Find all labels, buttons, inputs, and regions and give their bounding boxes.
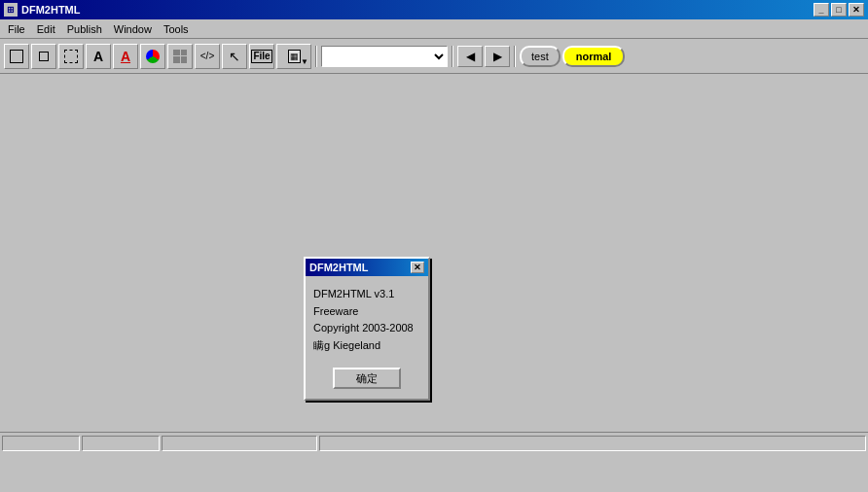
toolbar-dropdown[interactable] bbox=[321, 46, 448, 67]
tool-dashed-rect[interactable] bbox=[58, 44, 84, 69]
menu-edit[interactable]: Edit bbox=[31, 21, 61, 37]
minimize-button[interactable]: _ bbox=[814, 3, 829, 17]
toolbar: A A </> ↖ File ▦ ▼ ◀ bbox=[0, 39, 868, 74]
dialog-line2: Freeware bbox=[313, 303, 420, 321]
status-panel-2 bbox=[82, 436, 160, 451]
dialog-line4: 瞒g Kiegeland bbox=[313, 337, 420, 355]
nav-back-button[interactable]: ◀ bbox=[457, 46, 483, 67]
file-icon: File bbox=[251, 50, 271, 63]
forward-arrow-icon: ▶ bbox=[493, 50, 502, 63]
close-button[interactable]: ✕ bbox=[849, 3, 864, 17]
tool-code[interactable]: </> bbox=[195, 44, 220, 69]
tool-text-a[interactable]: A bbox=[86, 44, 111, 69]
menu-window[interactable]: Window bbox=[108, 21, 158, 37]
tool-empty-rect[interactable] bbox=[4, 44, 29, 69]
tool-grid[interactable] bbox=[167, 44, 193, 69]
ok-button[interactable]: 确定 bbox=[333, 368, 401, 389]
cursor-icon: ↖ bbox=[229, 49, 240, 64]
about-dialog: DFM2HTML ✕ DFM2HTML v3.1 Freeware Copyri… bbox=[304, 257, 430, 401]
status-bar bbox=[0, 432, 868, 453]
maximize-button[interactable]: □ bbox=[831, 3, 847, 17]
dialog-body: DFM2HTML v3.1 Freeware Copyright 2003-20… bbox=[306, 276, 428, 362]
normal-button[interactable]: normal bbox=[562, 46, 626, 67]
menu-file[interactable]: File bbox=[2, 21, 31, 37]
separator-3 bbox=[514, 46, 516, 67]
status-panel-4 bbox=[319, 436, 866, 451]
tool-extra[interactable]: ▦ ▼ bbox=[276, 44, 311, 69]
text-a-red-icon: A bbox=[121, 50, 130, 63]
back-arrow-icon: ◀ bbox=[466, 50, 475, 63]
menu-bar: File Edit Publish Window Tools bbox=[0, 19, 868, 39]
empty-rect-icon bbox=[10, 50, 23, 63]
main-area: DFM2HTML ✕ DFM2HTML v3.1 Freeware Copyri… bbox=[0, 74, 868, 453]
dialog-title: DFM2HTML bbox=[309, 262, 369, 273]
title-bar: ⊞ DFM2HTML _ □ ✕ bbox=[0, 0, 868, 19]
app-icon: ⊞ bbox=[4, 3, 18, 17]
test-button[interactable]: test bbox=[520, 46, 561, 67]
code-icon: </> bbox=[200, 51, 214, 61]
tool-small-rect[interactable] bbox=[31, 44, 56, 69]
dialog-close-button[interactable]: ✕ bbox=[411, 262, 424, 273]
menu-tools[interactable]: Tools bbox=[158, 21, 195, 37]
status-panel-1 bbox=[2, 436, 80, 451]
dialog-line3: Copyright 2003-2008 bbox=[313, 320, 420, 337]
tool-text-a-red[interactable]: A bbox=[113, 44, 138, 69]
text-a-icon: A bbox=[93, 50, 103, 63]
separator-2 bbox=[452, 46, 453, 67]
title-bar-controls: _ □ ✕ bbox=[814, 3, 864, 17]
dialog-line1: DFM2HTML v3.1 bbox=[313, 286, 420, 303]
menu-publish[interactable]: Publish bbox=[61, 21, 108, 37]
color-circle-icon bbox=[146, 50, 160, 63]
dialog-footer: 确定 bbox=[306, 362, 428, 399]
nav-forward-button[interactable]: ▶ bbox=[485, 46, 510, 67]
status-panel-3 bbox=[162, 436, 317, 451]
window-title: DFM2HTML bbox=[21, 4, 814, 16]
tool-file[interactable]: File bbox=[249, 44, 274, 69]
extra-icon: ▦ bbox=[288, 50, 301, 63]
dialog-titlebar: DFM2HTML ✕ bbox=[306, 259, 428, 276]
tool-cursor[interactable]: ↖ bbox=[222, 44, 247, 69]
separator-1 bbox=[315, 46, 317, 67]
tool-color[interactable] bbox=[140, 44, 165, 69]
grid-icon bbox=[173, 50, 187, 63]
small-rect-icon bbox=[39, 52, 49, 61]
dashed-rect-icon bbox=[64, 50, 78, 63]
extra-dropdown-icon: ▼ bbox=[301, 57, 308, 66]
